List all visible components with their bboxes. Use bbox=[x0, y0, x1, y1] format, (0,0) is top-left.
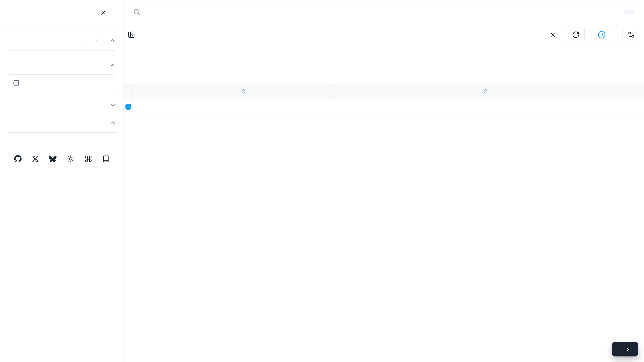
logs-table bbox=[124, 84, 644, 115]
timeline-axis bbox=[128, 68, 642, 78]
github-icon bbox=[14, 155, 22, 163]
panel-left-close-icon bbox=[128, 31, 135, 38]
refresh-button[interactable] bbox=[567, 26, 584, 44]
command-menu-button[interactable] bbox=[84, 155, 92, 163]
section-status-header[interactable] bbox=[8, 102, 116, 108]
filters-sidebar bbox=[0, 0, 124, 362]
x-twitter-link[interactable] bbox=[32, 155, 39, 163]
x-twitter-icon bbox=[32, 155, 39, 162]
sun-icon bbox=[67, 155, 74, 163]
chevron-right-icon bbox=[625, 346, 631, 352]
column-header-timing-phases[interactable] bbox=[574, 84, 644, 98]
command-icon bbox=[84, 155, 92, 163]
social-links bbox=[8, 155, 116, 163]
chevron-up-icon bbox=[110, 120, 116, 126]
search-icon bbox=[134, 8, 140, 15]
toolbar bbox=[128, 26, 640, 44]
search-shortcut bbox=[624, 10, 634, 14]
book-icon bbox=[102, 155, 110, 163]
toolbar-reset-button[interactable] bbox=[550, 32, 562, 38]
live-mode-row[interactable] bbox=[124, 99, 644, 115]
chevron-down-icon bbox=[110, 102, 116, 108]
pause-circle-icon bbox=[598, 31, 606, 39]
live-mode-icon bbox=[126, 104, 131, 110]
footer-note bbox=[8, 172, 116, 179]
column-header-regions[interactable] bbox=[493, 84, 574, 98]
section-method-header[interactable] bbox=[8, 120, 116, 126]
close-icon bbox=[100, 10, 106, 16]
main-panel bbox=[124, 0, 644, 362]
method-options bbox=[8, 132, 116, 133]
theme-toggle[interactable] bbox=[67, 155, 74, 163]
bluesky-link[interactable] bbox=[49, 155, 57, 163]
close-filters-button[interactable] bbox=[100, 10, 106, 16]
refresh-icon bbox=[572, 31, 580, 38]
sidebar-footer bbox=[0, 155, 124, 179]
column-header-status[interactable] bbox=[251, 84, 288, 98]
timeline-chart[interactable] bbox=[128, 49, 642, 78]
search-bar[interactable] bbox=[128, 2, 640, 21]
column-header-date[interactable] bbox=[133, 84, 251, 98]
section-date-header[interactable] bbox=[8, 62, 116, 68]
settings-sliders-icon bbox=[628, 31, 635, 38]
chevron-up-icon bbox=[110, 37, 116, 44]
section-level-header[interactable] bbox=[8, 37, 116, 44]
column-header-method[interactable] bbox=[288, 84, 330, 98]
level-filter-count-badge[interactable] bbox=[87, 37, 104, 44]
sort-icon[interactable] bbox=[482, 88, 488, 94]
sort-icon[interactable] bbox=[241, 88, 246, 94]
search-input[interactable] bbox=[144, 8, 620, 16]
view-options-button[interactable] bbox=[622, 26, 640, 44]
close-icon bbox=[550, 32, 556, 38]
hide-controls-button[interactable] bbox=[128, 31, 139, 38]
date-picker-input[interactable] bbox=[8, 74, 116, 91]
live-toggle-button[interactable] bbox=[590, 26, 617, 44]
github-link[interactable] bbox=[14, 155, 22, 163]
table-header-row bbox=[124, 84, 644, 99]
column-header-pathname[interactable] bbox=[385, 84, 437, 98]
clear-level-filter-icon[interactable] bbox=[95, 38, 99, 42]
select-column-header bbox=[124, 84, 133, 98]
view-github-repo-button[interactable] bbox=[612, 342, 638, 356]
calendar-icon bbox=[13, 80, 20, 86]
filters-header bbox=[0, 0, 124, 26]
chevron-up-icon bbox=[110, 62, 116, 68]
column-header-latency[interactable] bbox=[437, 84, 493, 98]
column-header-host[interactable] bbox=[330, 84, 385, 98]
docs-link[interactable] bbox=[102, 155, 110, 163]
level-options bbox=[8, 50, 116, 51]
bluesky-icon bbox=[49, 156, 57, 162]
